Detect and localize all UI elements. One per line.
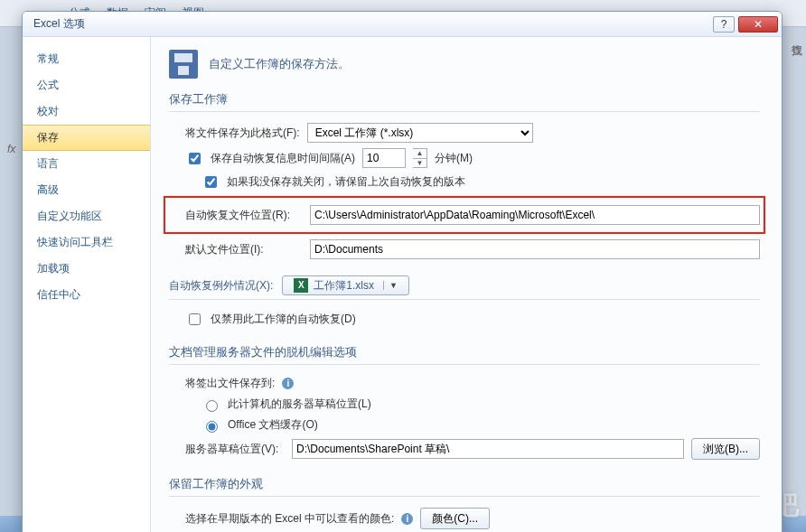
sidebar-item-proofing[interactable]: 校对 (23, 98, 150, 125)
formula-bar-fx: fx (7, 143, 15, 155)
sidebar-item-save[interactable]: 保存 (23, 125, 150, 151)
minutes-label: 分钟(M) (435, 151, 473, 166)
autorecover-location-label: 自动恢复文件位置(R): (185, 208, 303, 223)
excel-options-dialog: Excel 选项 ? ✕ 常规 公式 校对 保存 语言 高级 自定义功能区 快速… (22, 11, 783, 532)
info-icon[interactable]: i (282, 378, 294, 389)
section-save-workbook: 保存工作簿 (169, 91, 760, 112)
highlight-autorecover-path: 自动恢复文件位置(R): (164, 196, 765, 234)
sidebar-item-quick-access[interactable]: 快速访问工具栏 (23, 229, 150, 256)
sidebar-item-language[interactable]: 语言 (23, 151, 150, 177)
keep-last-autosave-label: 如果我没保存就关闭，请保留上次自动恢复的版本 (227, 174, 465, 190)
browse-button[interactable]: 浏览(B)... (691, 438, 760, 460)
autorecover-location-input[interactable] (310, 205, 760, 225)
close-button[interactable]: ✕ (738, 16, 778, 33)
section-autorecover-exceptions: 自动恢复例外情况(X): 工作簿1.xlsx ▼ (169, 275, 760, 300)
legacy-colors-label: 选择在早期版本的 Excel 中可以查看的颜色: (185, 511, 394, 527)
sidebar-item-formulas[interactable]: 公式 (23, 72, 150, 98)
save-checkout-to-label: 将签出文件保存到: (185, 376, 275, 391)
office-cache-radio[interactable] (206, 421, 218, 433)
default-location-label: 默认文件位置(I): (185, 242, 303, 257)
sidebar-item-trust-center[interactable]: 信任中心 (23, 282, 150, 308)
server-drafts-local-radio[interactable] (206, 400, 218, 412)
workbook-select[interactable]: 工作簿1.xlsx ▼ (282, 275, 409, 295)
help-button[interactable]: ? (713, 16, 735, 33)
autosave-interval-label: 保存自动恢复信息时间间隔(A) (211, 151, 355, 166)
colors-button[interactable]: 颜色(C)... (420, 508, 490, 529)
autosave-interval-checkbox[interactable] (189, 153, 201, 164)
keep-last-autosave-checkbox[interactable] (205, 176, 217, 188)
server-drafts-location-input[interactable] (292, 439, 684, 459)
sidebar-item-advanced[interactable]: 高级 (23, 177, 150, 203)
section-offline-editing: 文档管理服务器文件的脱机编辑选项 (169, 344, 760, 365)
server-drafts-local-label: 此计算机的服务器草稿位置(L) (228, 397, 371, 412)
options-content: 自定义工作簿的保存方法。 保存工作簿 将文件保存为此格式(F): Excel 工… (151, 37, 782, 532)
default-location-input[interactable] (310, 239, 760, 259)
dialog-title: Excel 选项 (33, 16, 709, 32)
page-subtitle: 自定义工作簿的保存方法。 (209, 56, 350, 72)
sidebar-item-addins[interactable]: 加载项 (23, 256, 150, 282)
save-format-select[interactable]: Excel 工作簿 (*.xlsx) (307, 123, 533, 143)
excel-file-icon (294, 278, 308, 293)
disable-autorecover-checkbox[interactable] (189, 313, 201, 325)
autosave-minutes-input[interactable] (362, 148, 406, 168)
section-preserve-appearance: 保留工作簿的外观 (169, 476, 760, 497)
office-cache-label: Office 文档缓存(O) (228, 417, 318, 433)
info-icon[interactable]: i (401, 513, 413, 525)
server-drafts-location-label: 服务器草稿位置(V): (185, 442, 285, 457)
sidebar-item-general[interactable]: 常规 (23, 46, 150, 72)
save-icon (169, 50, 198, 79)
minutes-spinner[interactable]: ▲▼ (413, 148, 427, 168)
chevron-down-icon: ▼ (383, 281, 398, 290)
sidebar-item-customize-ribbon[interactable]: 自定义功能区 (23, 203, 150, 229)
dialog-titlebar: Excel 选项 ? ✕ (23, 12, 782, 37)
disable-autorecover-label: 仅禁用此工作簿的自动恢复(D) (211, 312, 356, 327)
save-format-label: 将文件保存为此格式(F): (185, 126, 300, 141)
options-sidebar: 常规 公式 校对 保存 语言 高级 自定义功能区 快速访问工具栏 加载项 信任中… (23, 37, 151, 532)
